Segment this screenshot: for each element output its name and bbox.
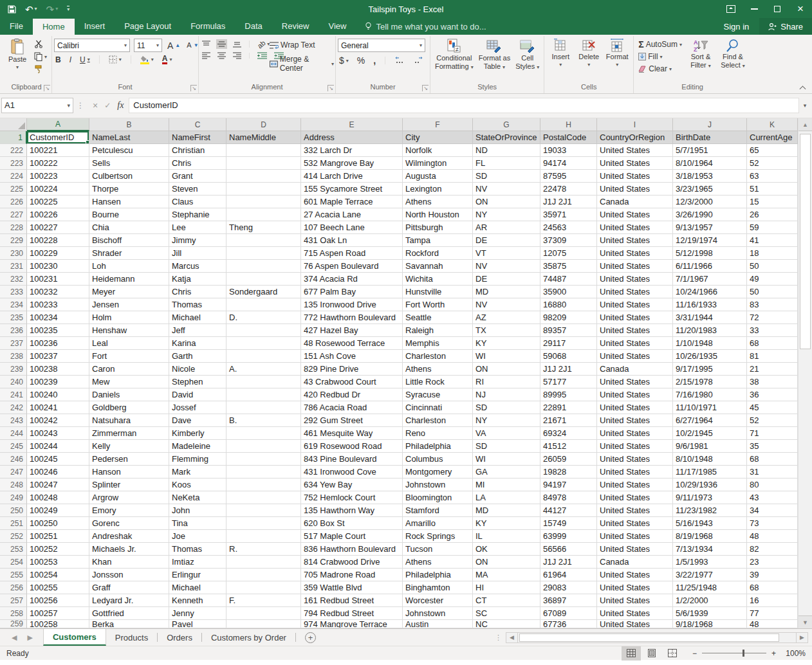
cell-E223[interactable]: 532 Mangrove Bay	[301, 157, 403, 170]
cell-H222[interactable]: 19033	[540, 144, 597, 157]
cell-K239[interactable]: 21	[747, 363, 798, 376]
cell-J246[interactable]: 8/10/1948	[673, 453, 747, 466]
cell-J253[interactable]: 7/13/1934	[673, 543, 747, 556]
sheet-tab-customers-by-order[interactable]: Customers by Order	[202, 629, 295, 646]
column-header-F[interactable]: F	[403, 118, 473, 131]
cell-H246[interactable]: 26059	[540, 453, 597, 466]
cell-K252[interactable]: 48	[747, 530, 798, 543]
page-break-preview-button[interactable]	[663, 646, 682, 660]
cell-G240[interactable]: RI	[473, 376, 540, 388]
cell-G233[interactable]: MD	[473, 286, 540, 298]
cell-E241[interactable]: 420 Redbud Dr	[301, 388, 403, 401]
cell-H223[interactable]: 94174	[540, 157, 597, 170]
cell-I244[interactable]: United States	[597, 427, 673, 440]
field-header-NameFirst[interactable]: NameFirst	[169, 131, 226, 144]
cell-A243[interactable]: 100242	[27, 414, 89, 427]
cell-C237[interactable]: Karina	[169, 337, 226, 350]
cell-D245[interactable]	[226, 440, 301, 453]
cell-B250[interactable]: Emory	[89, 504, 169, 517]
sort-filter-button[interactable]: AZ Sort & Filter ▾	[685, 37, 717, 71]
cell-D241[interactable]	[226, 388, 301, 401]
cell-I241[interactable]: United States	[597, 388, 673, 401]
cell-F228[interactable]: Pittsburgh	[403, 221, 473, 234]
cell-H248[interactable]: 94197	[540, 478, 597, 491]
tab-review[interactable]: Review	[272, 18, 319, 35]
cell-J252[interactable]: 8/19/1968	[673, 530, 747, 543]
cell-E237[interactable]: 48 Rosewood Terrace	[301, 337, 403, 350]
formula-bar-splitter-icon[interactable]: ⋮	[73, 101, 88, 110]
cell-A246[interactable]: 100245	[27, 453, 89, 466]
font-dialog-launcher[interactable]: ↘	[190, 85, 197, 91]
cell-J228[interactable]: 9/13/1957	[673, 221, 747, 234]
cell-B228[interactable]: Chia	[89, 221, 169, 234]
cell-K226[interactable]: 15	[747, 196, 798, 208]
cell-A259[interactable]: 100258	[27, 620, 89, 628]
cell-C259[interactable]: Pavel	[169, 620, 226, 628]
row-number-245[interactable]: 245	[0, 440, 27, 453]
cell-A233[interactable]: 100232	[27, 286, 89, 298]
cell-E230[interactable]: 715 Aspen Road	[301, 247, 403, 260]
cell-D244[interactable]	[226, 427, 301, 440]
cell-F236[interactable]: Raleigh	[403, 324, 473, 337]
cell-B242[interactable]: Goldberg	[89, 401, 169, 414]
cell-F223[interactable]: Wilmington	[403, 157, 473, 170]
cell-I236[interactable]: United States	[597, 324, 673, 337]
cell-C238[interactable]: Garth	[169, 350, 226, 363]
cell-E234[interactable]: 135 Ironwood Drive	[301, 298, 403, 311]
column-header-B[interactable]: B	[89, 118, 169, 131]
cell-D247[interactable]	[226, 466, 301, 478]
cell-C233[interactable]: Chris	[169, 286, 226, 298]
sheet-tab-products[interactable]: Products	[106, 629, 157, 646]
cell-E256[interactable]: 359 Wattle Blvd	[301, 581, 403, 594]
row-number-241[interactable]: 241	[0, 388, 27, 401]
cell-H251[interactable]: 15749	[540, 517, 597, 530]
cell-E246[interactable]: 843 Pine Boulevard	[301, 453, 403, 466]
cell-B254[interactable]: Khan	[89, 556, 169, 569]
cell-D255[interactable]	[226, 569, 301, 581]
cell-K228[interactable]: 59	[747, 221, 798, 234]
row-number-258[interactable]: 258	[0, 607, 27, 620]
cell-E259[interactable]: 974 Mangrove Terrace	[301, 620, 403, 628]
row-number-255[interactable]: 255	[0, 569, 27, 581]
cell-F240[interactable]: Little Rock	[403, 376, 473, 388]
cell-F251[interactable]: Amarillo	[403, 517, 473, 530]
cell-J243[interactable]: 6/27/1964	[673, 414, 747, 427]
cell-D251[interactable]	[226, 517, 301, 530]
autosum-button[interactable]: ΣAutoSum▾	[637, 39, 683, 50]
zoom-slider-handle[interactable]	[743, 650, 744, 657]
cell-I247[interactable]: United States	[597, 466, 673, 478]
cell-B224[interactable]: Culbertson	[89, 170, 169, 183]
cell-F243[interactable]: Charleston	[403, 414, 473, 427]
sign-in-link[interactable]: Sign in	[716, 22, 757, 32]
cell-G231[interactable]: NV	[473, 260, 540, 273]
cell-B226[interactable]: Hansen	[89, 196, 169, 208]
row-number-235[interactable]: 235	[0, 311, 27, 324]
cell-A256[interactable]: 100255	[27, 581, 89, 594]
customize-qat-button[interactable]: ▾	[67, 6, 69, 12]
cell-E231[interactable]: 76 Aspen Boulevard	[301, 260, 403, 273]
cell-I240[interactable]: United States	[597, 376, 673, 388]
cell-K250[interactable]: 34	[747, 504, 798, 517]
cell-D228[interactable]: Theng	[226, 221, 301, 234]
cell-G229[interactable]: DE	[473, 234, 540, 247]
maximize-button[interactable]	[766, 0, 789, 18]
decrease-font-size-button[interactable]: A▼	[185, 41, 199, 50]
cell-G242[interactable]: SD	[473, 401, 540, 414]
cell-I252[interactable]: United States	[597, 530, 673, 543]
cell-J256[interactable]: 11/25/1948	[673, 581, 747, 594]
cell-D258[interactable]	[226, 607, 301, 620]
cell-G237[interactable]: KY	[473, 337, 540, 350]
cell-B225[interactable]: Thorpe	[89, 183, 169, 196]
row-number-233[interactable]: 233	[0, 286, 27, 298]
cell-A227[interactable]: 100226	[27, 208, 89, 221]
cell-H259[interactable]: 67736	[540, 620, 597, 628]
cell-C251[interactable]: Tina	[169, 517, 226, 530]
cell-B232[interactable]: Heidemann	[89, 273, 169, 286]
cell-K255[interactable]: 39	[747, 569, 798, 581]
cell-B256[interactable]: Graff	[89, 581, 169, 594]
scroll-right-button[interactable]: ▶	[796, 632, 808, 643]
cell-A253[interactable]: 100252	[27, 543, 89, 556]
row-number-253[interactable]: 253	[0, 543, 27, 556]
cell-H253[interactable]: 56566	[540, 543, 597, 556]
cell-H229[interactable]: 37309	[540, 234, 597, 247]
